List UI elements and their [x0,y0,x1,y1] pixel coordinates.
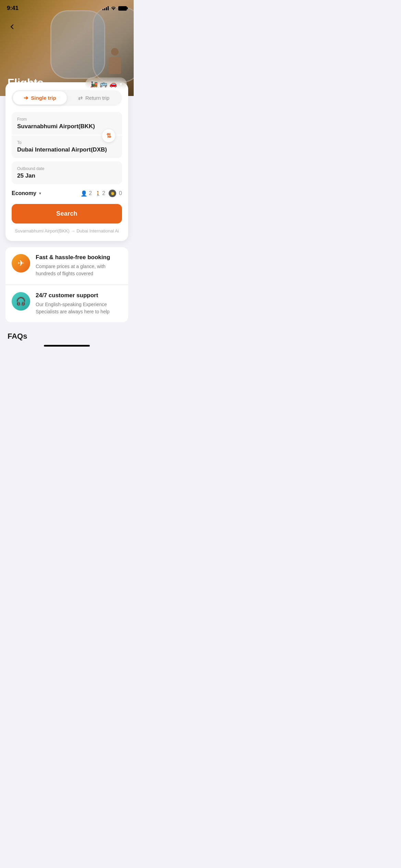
status-bar: 9:41 [0,0,134,14]
tab-single-trip[interactable]: ➔ Single trip [13,91,67,105]
transport-selector[interactable]: 🚂 🚌 🚗 ▾ [85,77,127,91]
feature-section: ✈ Fast & hassle-free booking Compare pri… [5,247,128,322]
support-icon-wrapper: 🎧 [12,292,30,311]
origin-destination-wrapper: From Suvarnabhumi Airport(BKK) ⇅ To Duba… [12,112,122,158]
infant-icon: 👶 [109,190,116,197]
booking-title: Fast & hassle-free booking [36,254,122,261]
support-description: Our English-speaking Experience Speciali… [36,301,122,315]
bus-icon: 🚌 [100,80,107,88]
signal-icon [102,6,109,10]
child-icon: 🚶 [95,191,101,196]
car-icon: 🚗 [109,80,117,88]
single-trip-icon: ➔ [24,95,28,101]
adult-count[interactable]: 👤 2 [81,190,92,197]
support-feature-text: 24/7 customer support Our English-speaki… [36,292,122,315]
train-icon: 🚂 [90,80,98,88]
passengers-row: Economy ▾ 👤 2 🚶 2 👶 0 [12,190,122,197]
from-label: From [17,117,117,122]
home-bar [44,345,90,347]
support-icon: 🎧 [16,297,26,306]
svg-point-0 [113,9,114,10]
trip-tabs: ➔ Single trip ⇄ Return trip [12,90,122,106]
transport-icons: 🚂 🚌 🚗 [90,80,117,88]
support-title: 24/7 customer support [36,292,122,299]
single-trip-label: Single trip [31,95,56,101]
tab-return-trip[interactable]: ⇄ Return trip [67,91,121,105]
feature-booking: ✈ Fast & hassle-free booking Compare pri… [5,247,128,284]
class-dropdown-icon: ▾ [39,191,41,196]
from-value: Suvarnabhumi Airport(BKK) [17,123,117,130]
child-count[interactable]: 🚶 2 [95,190,105,196]
date-label: Outbound date [17,166,117,171]
feature-support: 🎧 24/7 customer support Our English-spea… [5,285,128,322]
infant-count-value: 0 [119,190,122,196]
home-indicator [0,341,134,349]
booking-icon: ✈ [17,258,24,268]
to-label: To [17,140,117,145]
route-preview: Suvarnabhumi Airport(BKK) → Dubai Intern… [12,228,122,233]
booking-icon-wrapper: ✈ [12,254,30,273]
status-time: 9:41 [7,5,19,12]
back-button[interactable] [7,21,19,33]
battery-icon [118,6,127,11]
passenger-counts: 👤 2 🚶 2 👶 0 [81,190,122,197]
adult-icon: 👤 [81,190,87,197]
transport-dropdown-icon: ▾ [120,81,122,87]
status-icons [102,6,127,11]
faqs-section: FAQs [0,328,134,341]
swap-button[interactable]: ⇅ [102,129,115,142]
to-value: Dubai International Airport(DXB) [17,146,117,153]
return-trip-icon: ⇄ [78,95,83,101]
booking-description: Compare prices at a glance, with hundred… [36,263,122,277]
page-title: Flights [8,76,44,89]
adult-count-value: 2 [89,190,92,196]
search-card: ➔ Single trip ⇄ Return trip From Suvarna… [5,82,128,241]
faqs-title: FAQs [8,332,27,340]
return-trip-label: Return trip [85,95,109,101]
search-button[interactable]: Search [12,204,122,224]
infant-count[interactable]: 👶 0 [109,190,122,197]
booking-feature-text: Fast & hassle-free booking Compare price… [36,254,122,277]
hero-section: Flights 🚂 🚌 🚗 ▾ [0,0,134,96]
swap-icon: ⇅ [106,133,111,139]
date-field[interactable]: Outbound date 25 Jan [12,161,122,184]
date-value: 25 Jan [17,172,117,179]
class-label: Economy [12,190,36,196]
wifi-icon [111,6,116,10]
child-count-value: 2 [102,190,105,196]
class-selector[interactable]: Economy ▾ [12,190,41,196]
back-chevron-icon [11,24,15,29]
